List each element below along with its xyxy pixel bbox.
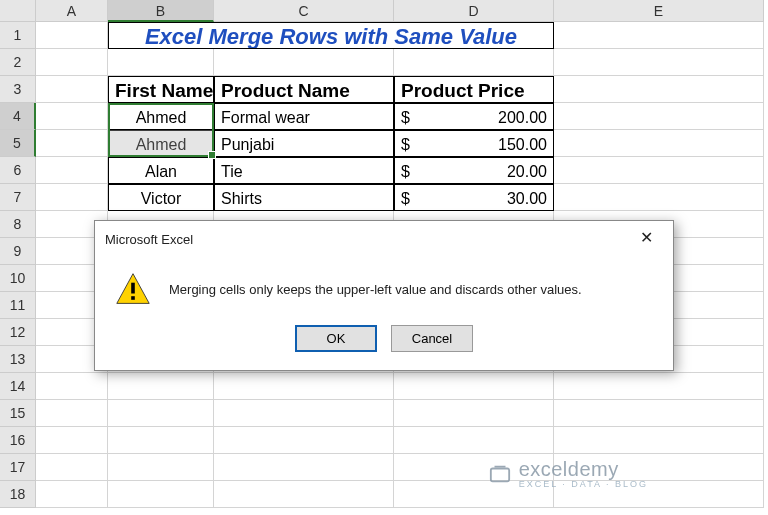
cell[interactable]: [554, 49, 764, 76]
cell-price[interactable]: $200.00: [394, 103, 554, 130]
cell[interactable]: [394, 49, 554, 76]
dialog-titlebar[interactable]: Microsoft Excel ✕: [95, 221, 673, 257]
header-first-name[interactable]: First Name: [108, 76, 214, 103]
col-header-a[interactable]: A: [36, 0, 108, 22]
row-header-14[interactable]: 14: [0, 373, 36, 400]
watermark-sub: EXCEL · DATA · BLOG: [519, 479, 648, 489]
cell[interactable]: [394, 400, 554, 427]
cell[interactable]: [108, 373, 214, 400]
cell[interactable]: [554, 22, 764, 49]
cell[interactable]: [36, 130, 108, 157]
cell[interactable]: [36, 157, 108, 184]
select-all-corner[interactable]: [0, 0, 36, 22]
cell[interactable]: [36, 49, 108, 76]
column-headers: A B C D E: [36, 0, 764, 22]
row-header-1[interactable]: 1: [0, 22, 36, 49]
cell-first-name[interactable]: Ahmed: [108, 103, 214, 130]
cell[interactable]: [214, 427, 394, 454]
price-value: 20.00: [507, 158, 547, 183]
cell[interactable]: [36, 22, 108, 49]
row-header-15[interactable]: 15: [0, 400, 36, 427]
cell-first-name[interactable]: Alan: [108, 157, 214, 184]
dialog-title: Microsoft Excel: [105, 232, 193, 247]
cell-first-name[interactable]: Victor: [108, 184, 214, 211]
page-title[interactable]: Excel Merge Rows with Same Value: [108, 22, 554, 49]
watermark: exceldemy EXCEL · DATA · BLOG: [489, 458, 648, 489]
cell[interactable]: [554, 400, 764, 427]
cell-product[interactable]: Tie: [214, 157, 394, 184]
row-header-2[interactable]: 2: [0, 49, 36, 76]
dialog-message: Merging cells only keeps the upper-left …: [169, 282, 582, 297]
row-header-5[interactable]: 5: [0, 130, 36, 157]
price-value: 30.00: [507, 185, 547, 210]
header-product-price[interactable]: Product Price: [394, 76, 554, 103]
row-header-18[interactable]: 18: [0, 481, 36, 508]
currency-symbol: $: [401, 158, 410, 183]
svg-rect-2: [131, 296, 135, 300]
row-header-16[interactable]: 16: [0, 427, 36, 454]
ok-button[interactable]: OK: [295, 325, 377, 352]
cell[interactable]: [394, 373, 554, 400]
cell[interactable]: [108, 481, 214, 508]
currency-symbol: $: [401, 131, 410, 156]
cell[interactable]: [108, 454, 214, 481]
cell-price[interactable]: $30.00: [394, 184, 554, 211]
cell-price[interactable]: $20.00: [394, 157, 554, 184]
row-header-11[interactable]: 11: [0, 292, 36, 319]
close-icon[interactable]: ✕: [629, 227, 663, 251]
cell-product[interactable]: Shirts: [214, 184, 394, 211]
cancel-button[interactable]: Cancel: [391, 325, 473, 352]
row-header-10[interactable]: 10: [0, 265, 36, 292]
row-header-8[interactable]: 8: [0, 211, 36, 238]
cell[interactable]: [394, 427, 554, 454]
cell-first-name[interactable]: Ahmed: [108, 130, 214, 157]
cell[interactable]: [108, 49, 214, 76]
cell[interactable]: [36, 481, 108, 508]
row-header-13[interactable]: 13: [0, 346, 36, 373]
cell[interactable]: [36, 103, 108, 130]
row-header-9[interactable]: 9: [0, 238, 36, 265]
cell[interactable]: [214, 373, 394, 400]
cell-product[interactable]: Formal wear: [214, 103, 394, 130]
row-header-12[interactable]: 12: [0, 319, 36, 346]
cell[interactable]: [554, 103, 764, 130]
row-header-4[interactable]: 4: [0, 103, 36, 130]
cell[interactable]: [36, 400, 108, 427]
row-header-3[interactable]: 3: [0, 76, 36, 103]
cell[interactable]: [214, 454, 394, 481]
cell[interactable]: [36, 427, 108, 454]
col-header-e[interactable]: E: [554, 0, 764, 22]
cell[interactable]: [108, 427, 214, 454]
cell[interactable]: [108, 400, 214, 427]
cell[interactable]: [214, 481, 394, 508]
cell-product[interactable]: Punjabi: [214, 130, 394, 157]
col-header-d[interactable]: D: [394, 0, 554, 22]
col-header-c[interactable]: C: [214, 0, 394, 22]
row-header-7[interactable]: 7: [0, 184, 36, 211]
cell[interactable]: [214, 49, 394, 76]
cell[interactable]: [214, 400, 394, 427]
currency-symbol: $: [401, 104, 410, 129]
header-product-name[interactable]: Product Name: [214, 76, 394, 103]
svg-rect-3: [490, 468, 508, 481]
svg-rect-1: [131, 283, 135, 294]
price-value: 150.00: [498, 131, 547, 156]
cell[interactable]: [554, 184, 764, 211]
currency-symbol: $: [401, 185, 410, 210]
price-value: 200.00: [498, 104, 547, 129]
row-header-17[interactable]: 17: [0, 454, 36, 481]
col-header-b[interactable]: B: [108, 0, 214, 22]
cell[interactable]: [36, 454, 108, 481]
cell[interactable]: [36, 184, 108, 211]
warning-icon: [115, 271, 151, 307]
cell[interactable]: [554, 130, 764, 157]
cell[interactable]: [554, 427, 764, 454]
row-header-6[interactable]: 6: [0, 157, 36, 184]
cell[interactable]: [36, 76, 108, 103]
cell[interactable]: [554, 373, 764, 400]
cell[interactable]: [36, 373, 108, 400]
cell[interactable]: [554, 157, 764, 184]
cell-price[interactable]: $150.00: [394, 130, 554, 157]
cell[interactable]: [554, 76, 764, 103]
merge-warning-dialog: Microsoft Excel ✕ Merging cells only kee…: [94, 220, 674, 371]
